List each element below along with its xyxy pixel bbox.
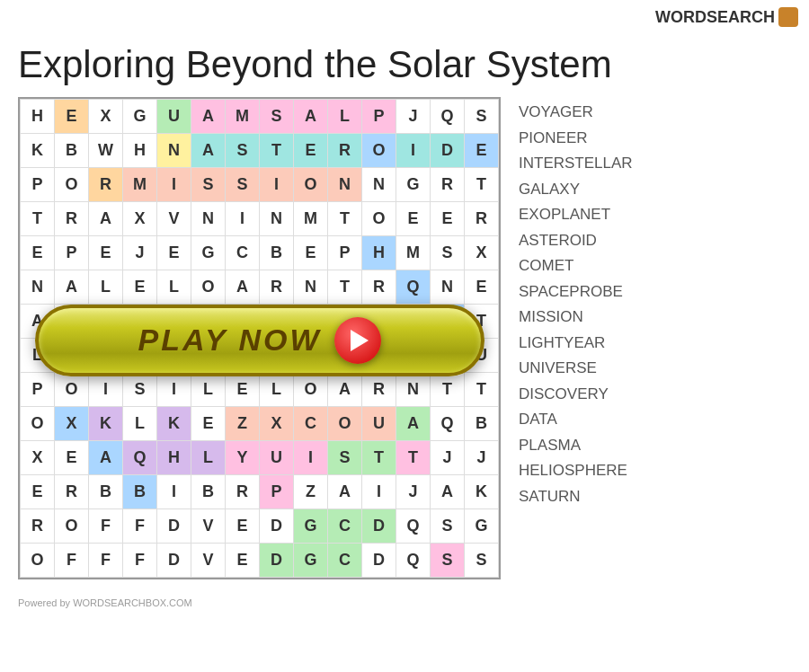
cell-3-7[interactable]: N [260,202,294,236]
cell-0-4[interactable]: U [157,100,191,134]
cell-5-9[interactable]: T [328,270,362,305]
cell-0-9[interactable]: L [328,100,362,134]
cell-10-7[interactable]: U [260,441,294,475]
cell-13-8[interactable]: G [294,544,328,578]
cell-0-7[interactable]: S [260,100,294,134]
cell-1-9[interactable]: R [328,134,362,168]
cell-4-6[interactable]: C [226,236,260,270]
cell-12-0[interactable]: R [21,509,55,544]
cell-8-0[interactable]: P [21,373,55,407]
cell-5-8[interactable]: N [294,270,328,305]
cell-8-6[interactable]: E [226,373,260,407]
cell-3-13[interactable]: R [465,202,499,236]
cell-2-9[interactable]: N [328,168,362,202]
cell-8-5[interactable]: L [191,373,226,407]
cell-10-11[interactable]: T [396,441,431,475]
cell-1-0[interactable]: K [21,134,55,168]
cell-13-4[interactable]: D [157,544,191,578]
cell-2-1[interactable]: O [55,168,89,202]
cell-13-12[interactable]: S [431,544,465,578]
cell-12-9[interactable]: C [328,509,362,544]
cell-12-5[interactable]: V [191,509,226,544]
cell-12-2[interactable]: F [89,509,123,544]
cell-2-4[interactable]: I [157,168,191,202]
cell-13-6[interactable]: E [226,544,260,578]
cell-1-11[interactable]: I [396,134,431,168]
cell-9-4[interactable]: K [157,407,191,441]
cell-1-2[interactable]: W [89,134,123,168]
cell-3-9[interactable]: T [328,202,362,236]
cell-1-1[interactable]: B [55,134,89,168]
cell-11-2[interactable]: B [89,475,123,509]
cell-4-4[interactable]: E [157,236,191,270]
cell-1-12[interactable]: D [431,134,465,168]
cell-9-5[interactable]: E [191,407,226,441]
cell-9-1[interactable]: X [55,407,89,441]
cell-2-11[interactable]: G [396,168,431,202]
cell-1-7[interactable]: T [260,134,294,168]
cell-11-13[interactable]: K [465,475,499,509]
cell-8-3[interactable]: S [123,373,157,407]
cell-9-6[interactable]: Z [226,407,260,441]
cell-9-0[interactable]: O [21,407,55,441]
cell-5-1[interactable]: A [55,270,89,305]
cell-8-7[interactable]: L [260,373,294,407]
cell-4-2[interactable]: E [89,236,123,270]
cell-5-12[interactable]: N [431,270,465,305]
play-now-button[interactable]: PLAY NOW [35,305,485,376]
cell-1-5[interactable]: A [191,134,226,168]
cell-8-4[interactable]: I [157,373,191,407]
cell-8-8[interactable]: O [294,373,328,407]
cell-8-12[interactable]: T [431,373,465,407]
cell-9-10[interactable]: U [362,407,396,441]
cell-12-7[interactable]: D [260,509,294,544]
cell-2-13[interactable]: T [465,168,499,202]
cell-11-5[interactable]: B [191,475,226,509]
cell-4-9[interactable]: P [328,236,362,270]
cell-11-1[interactable]: R [55,475,89,509]
cell-0-3[interactable]: G [123,100,157,134]
cell-5-10[interactable]: R [362,270,396,305]
cell-1-10[interactable]: O [362,134,396,168]
cell-4-7[interactable]: B [260,236,294,270]
cell-10-8[interactable]: I [294,441,328,475]
cell-3-0[interactable]: T [21,202,55,236]
cell-11-6[interactable]: R [226,475,260,509]
cell-3-11[interactable]: E [396,202,431,236]
cell-8-13[interactable]: T [465,373,499,407]
cell-0-13[interactable]: S [465,100,499,134]
cell-13-0[interactable]: O [21,544,55,578]
cell-13-10[interactable]: D [362,544,396,578]
cell-8-2[interactable]: I [89,373,123,407]
cell-0-12[interactable]: Q [431,100,465,134]
cell-10-0[interactable]: X [21,441,55,475]
cell-9-3[interactable]: L [123,407,157,441]
cell-13-3[interactable]: F [123,544,157,578]
cell-11-11[interactable]: J [396,475,431,509]
cell-5-4[interactable]: L [157,270,191,305]
cell-13-5[interactable]: V [191,544,226,578]
cell-10-12[interactable]: J [431,441,465,475]
cell-10-6[interactable]: Y [226,441,260,475]
cell-10-1[interactable]: E [55,441,89,475]
cell-11-12[interactable]: A [431,475,465,509]
cell-2-12[interactable]: R [431,168,465,202]
cell-11-8[interactable]: Z [294,475,328,509]
cell-9-8[interactable]: C [294,407,328,441]
cell-13-1[interactable]: F [55,544,89,578]
cell-1-6[interactable]: S [226,134,260,168]
cell-3-8[interactable]: M [294,202,328,236]
cell-3-2[interactable]: A [89,202,123,236]
cell-1-13[interactable]: E [465,134,499,168]
cell-3-12[interactable]: E [431,202,465,236]
cell-10-10[interactable]: T [362,441,396,475]
cell-10-9[interactable]: S [328,441,362,475]
cell-5-11[interactable]: Q [396,270,431,305]
cell-2-3[interactable]: M [123,168,157,202]
cell-0-0[interactable]: H [21,100,55,134]
cell-13-11[interactable]: Q [396,544,431,578]
cell-11-3[interactable]: B [123,475,157,509]
cell-5-0[interactable]: N [21,270,55,305]
cell-4-1[interactable]: P [55,236,89,270]
cell-4-10[interactable]: H [362,236,396,270]
